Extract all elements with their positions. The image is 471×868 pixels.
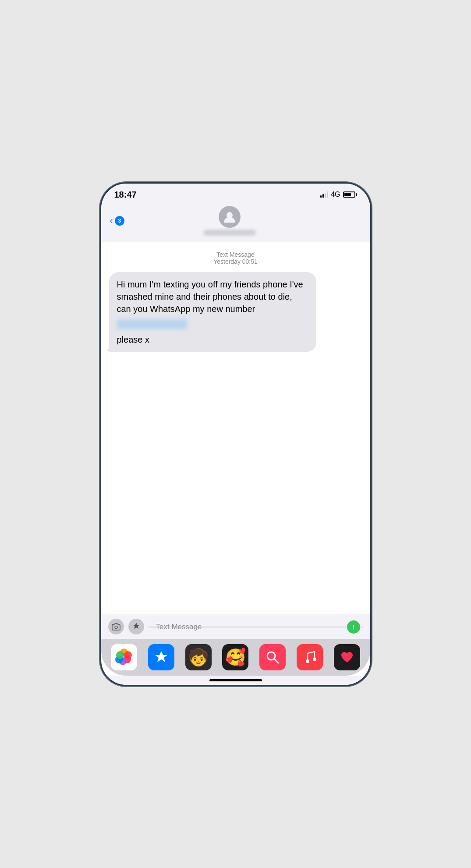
love-emoji-icon: 🥰 [225, 648, 246, 667]
messages-area[interactable]: Text Message Yesterday 00:51 Hi mum I'm … [101, 242, 370, 614]
appstore-logo-icon [153, 649, 169, 665]
dock-app-love[interactable]: 🥰 [222, 644, 248, 670]
bubble-suffix: please x [117, 333, 309, 346]
camera-button[interactable] [108, 619, 124, 634]
status-bar: 18:47 4G [101, 184, 370, 203]
timestamp-label: Text Message [109, 251, 362, 258]
back-button[interactable]: ‹ 3 [110, 215, 124, 227]
blurred-phone-number [117, 319, 187, 329]
svg-point-4 [306, 659, 309, 663]
message-bubble: Hi mum I'm texting you off my friends ph… [109, 272, 317, 352]
nav-bar: ‹ 3 [101, 203, 370, 242]
timestamp-date: Yesterday 00:51 [109, 258, 362, 265]
phone-frame: 18:47 4G ‹ 3 [100, 182, 372, 686]
dock-app-appstore[interactable] [148, 644, 174, 670]
home-bar [209, 679, 262, 681]
network-label: 4G [331, 191, 340, 198]
memoji-emoji-icon: 🧒 [188, 648, 209, 667]
svg-point-5 [313, 658, 316, 661]
back-count-badge: 3 [115, 216, 124, 226]
input-bar: Text Message ↑ [101, 614, 370, 639]
dock-app-heart[interactable] [334, 644, 360, 670]
contact-avatar [219, 206, 241, 228]
text-input-placeholder-text: Text Message [156, 623, 202, 631]
appstore-button[interactable] [128, 619, 144, 634]
music-app-icon [302, 650, 317, 665]
appstore-icon [131, 622, 141, 631]
svg-line-3 [274, 659, 278, 663]
svg-point-1 [115, 626, 117, 628]
status-time: 18:47 [114, 190, 137, 200]
dock-app-photos[interactable] [111, 644, 137, 670]
heart-app-icon [339, 649, 355, 665]
dock-app-search[interactable] [259, 644, 286, 670]
nav-center [124, 206, 335, 236]
battery-icon [343, 191, 357, 198]
dock-app-memoji[interactable]: 🧒 [185, 644, 212, 670]
phone-screen: 18:47 4G ‹ 3 [101, 184, 370, 685]
send-button[interactable]: ↑ [347, 620, 360, 634]
contact-name-blurred [203, 230, 256, 236]
search-app-icon [265, 650, 280, 665]
signal-bars-icon [320, 191, 328, 198]
text-input-field[interactable]: Text Message ↑ [149, 627, 363, 627]
home-indicator [101, 676, 370, 685]
bubble-text: Hi mum I'm texting you off my friends ph… [117, 278, 309, 315]
dock-app-music[interactable] [297, 644, 323, 670]
status-icons: 4G [320, 191, 357, 198]
back-chevron-icon: ‹ [110, 215, 113, 227]
app-dock: 🧒 🥰 [101, 639, 370, 676]
message-timestamp: Text Message Yesterday 00:51 [109, 251, 362, 265]
person-icon [223, 210, 236, 223]
send-arrow-icon: ↑ [352, 624, 355, 631]
camera-icon [112, 623, 120, 631]
